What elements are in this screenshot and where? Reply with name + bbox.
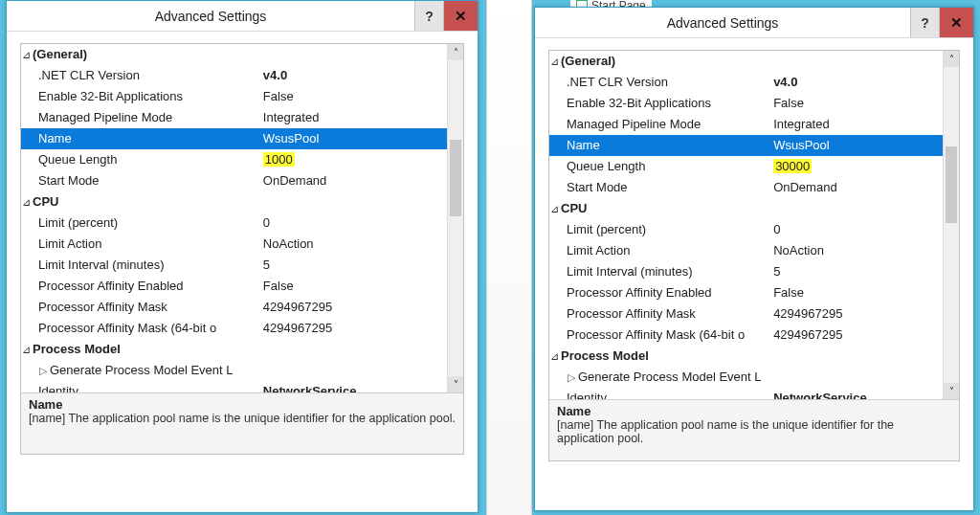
- description-pane: Name [name] The application pool name is…: [21, 392, 463, 454]
- dialog-title: Advanced Settings: [7, 1, 414, 31]
- expander-icon[interactable]: [38, 360, 48, 381]
- expander-icon[interactable]: [21, 44, 31, 65]
- prop-enable-32[interactable]: Enable 32-Bit ApplicationsFalse: [21, 86, 447, 107]
- prop-limit-percent[interactable]: Limit (percent)0: [21, 213, 447, 234]
- expander-icon[interactable]: [549, 51, 559, 72]
- titlebar: Advanced Settings ? ✕: [7, 1, 478, 32]
- description-name: Name: [29, 397, 456, 412]
- prop-enable-32[interactable]: Enable 32-Bit ApplicationsFalse: [549, 93, 943, 114]
- prop-limit-action[interactable]: Limit ActionNoAction: [549, 240, 943, 261]
- dialog-title: Advanced Settings: [535, 8, 910, 37]
- scroll-thumb[interactable]: [946, 146, 957, 223]
- category-process-model[interactable]: Process Model: [549, 346, 943, 367]
- description-text: [name] The application pool name is the …: [29, 412, 456, 425]
- prop-affinity-enabled[interactable]: Processor Affinity EnabledFalse: [549, 282, 943, 303]
- property-grid[interactable]: (General) .NET CLR Versionv4.0 Enable 32…: [549, 51, 943, 399]
- prop-affinity-mask-64[interactable]: Processor Affinity Mask (64-bit o4294967…: [21, 318, 447, 339]
- prop-queue-length[interactable]: Queue Length30000: [549, 156, 943, 177]
- prop-limit-interval[interactable]: Limit Interval (minutes)5: [549, 261, 943, 282]
- close-button[interactable]: ✕: [443, 1, 478, 31]
- scroll-up-icon[interactable]: ˄: [944, 51, 959, 67]
- prop-name[interactable]: NameWsusPool: [549, 135, 943, 156]
- queue-length-value: 30000: [773, 159, 812, 173]
- prop-identity[interactable]: IdentityNetworkService: [21, 381, 447, 392]
- prop-name[interactable]: NameWsusPool: [21, 128, 447, 149]
- expander-icon[interactable]: [549, 198, 559, 219]
- prop-gen-process-model[interactable]: Generate Process Model Event L: [549, 367, 943, 388]
- category-cpu[interactable]: CPU: [21, 191, 447, 213]
- scrollbar[interactable]: ˄ ˅: [943, 51, 959, 399]
- prop-pipeline[interactable]: Managed Pipeline ModeIntegrated: [21, 107, 447, 128]
- prop-limit-percent[interactable]: Limit (percent)0: [549, 219, 943, 240]
- scroll-thumb[interactable]: [450, 140, 461, 216]
- scroll-up-icon[interactable]: ˄: [448, 44, 463, 60]
- category-general[interactable]: (General): [549, 51, 943, 72]
- prop-queue-length[interactable]: Queue Length1000: [21, 149, 447, 170]
- prop-affinity-enabled[interactable]: Processor Affinity EnabledFalse: [21, 276, 447, 297]
- expander-icon[interactable]: [549, 346, 559, 367]
- help-button[interactable]: ?: [414, 1, 443, 31]
- titlebar: Advanced Settings ? ✕: [535, 8, 973, 38]
- advanced-settings-dialog-after: Advanced Settings ? ✕ (General) .NET CLR…: [534, 7, 974, 511]
- prop-start-mode[interactable]: Start ModeOnDemand: [21, 170, 447, 191]
- queue-length-value: 1000: [263, 152, 295, 167]
- prop-start-mode[interactable]: Start ModeOnDemand: [549, 177, 943, 198]
- expander-icon[interactable]: [567, 367, 576, 388]
- description-name: Name: [557, 404, 951, 418]
- scrollbar[interactable]: ˄ ˅: [447, 44, 463, 392]
- expander-icon[interactable]: [21, 339, 31, 360]
- prop-affinity-mask-64[interactable]: Processor Affinity Mask (64-bit o4294967…: [549, 325, 943, 346]
- property-grid[interactable]: (General) .NET CLR Versionv4.0 Enable 32…: [21, 44, 447, 392]
- description-pane: Name [name] The application pool name is…: [549, 399, 959, 460]
- prop-limit-action[interactable]: Limit ActionNoAction: [21, 234, 447, 255]
- prop-identity[interactable]: IdentityNetworkService: [549, 388, 943, 399]
- help-button[interactable]: ?: [910, 8, 939, 37]
- prop-net-clr[interactable]: .NET CLR Versionv4.0: [549, 72, 943, 93]
- prop-limit-interval[interactable]: Limit Interval (minutes)5: [21, 255, 447, 276]
- prop-gen-process-model[interactable]: Generate Process Model Event L: [21, 360, 447, 381]
- category-process-model[interactable]: Process Model: [21, 339, 447, 360]
- prop-net-clr[interactable]: .NET CLR Versionv4.0: [21, 65, 447, 86]
- scroll-down-icon[interactable]: ˅: [448, 376, 463, 392]
- prop-affinity-mask[interactable]: Processor Affinity Mask4294967295: [21, 297, 447, 318]
- prop-affinity-mask[interactable]: Processor Affinity Mask4294967295: [549, 303, 943, 325]
- category-cpu[interactable]: CPU: [549, 198, 943, 219]
- advanced-settings-dialog-before: Advanced Settings ? ✕ (General) .NET CLR…: [6, 0, 479, 513]
- prop-pipeline[interactable]: Managed Pipeline ModeIntegrated: [549, 114, 943, 135]
- scroll-down-icon[interactable]: ˅: [944, 383, 959, 399]
- description-text: [name] The application pool name is the …: [557, 418, 951, 445]
- category-general[interactable]: (General): [21, 44, 447, 65]
- close-button[interactable]: ✕: [939, 8, 973, 37]
- expander-icon[interactable]: [21, 191, 31, 213]
